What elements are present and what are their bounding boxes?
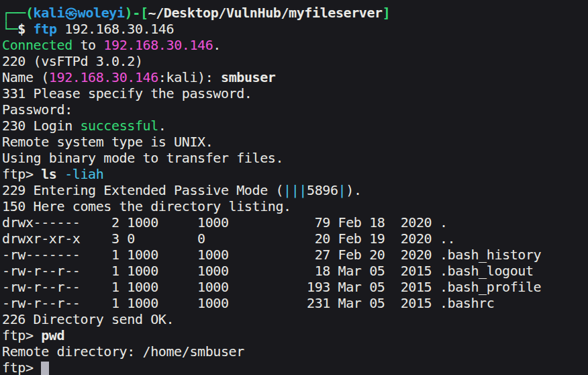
terminal-text-segment: )-[ xyxy=(125,5,148,21)
terminal-text-segment: 331 Please specify the password. xyxy=(2,85,252,101)
terminal-text-segment: 229 Entering Extended Passive Mode ( xyxy=(2,182,283,198)
terminal-line: ┌──(kali㉿woleyi)-[~/Desktop/VulnHub/myfi… xyxy=(2,5,588,21)
terminal-text-segment: drwx------ 2 1000 1000 79 Feb 18 2020 . xyxy=(2,214,448,231)
terminal-text-segment: Remote directory: /home/smbuser xyxy=(2,343,244,360)
terminal-text-segment: ftp> xyxy=(2,166,41,182)
terminal-line: Remote directory: /home/smbuser xyxy=(2,343,588,360)
terminal-text-segment: 192.168.30.146 xyxy=(103,37,213,53)
terminal-text-segment: Connected xyxy=(2,37,72,53)
terminal-line: 331 Please specify the password. xyxy=(2,85,588,101)
terminal-text-segment: pwd xyxy=(41,327,64,343)
terminal-line: 150 Here comes the directory listing. xyxy=(2,198,588,214)
terminal-text-segment: drwxr-xr-x 3 0 0 20 Feb 19 2020 .. xyxy=(2,231,455,247)
terminal-line: Remote system type is UNIX. xyxy=(2,134,588,150)
terminal-text-segment: -rw-r--r-- 1 1000 1000 231 Mar 05 2015 .… xyxy=(2,295,494,311)
terminal-text-segment: :kali): xyxy=(158,69,221,85)
terminal-screen[interactable]: ┌──(kali㉿woleyi)-[~/Desktop/VulnHub/myfi… xyxy=(0,0,588,375)
terminal-text-segment: 5896 xyxy=(307,182,338,198)
terminal-text-segment: ls xyxy=(41,166,64,182)
terminal-text-segment: ftp> xyxy=(2,327,41,343)
terminal-text-segment: -liah xyxy=(64,166,103,182)
terminal-text-segment: . xyxy=(158,118,166,134)
terminal-text-segment: 150 Here comes the directory listing. xyxy=(2,198,291,214)
terminal-text-segment: ftp xyxy=(34,21,57,37)
terminal-line: Password: xyxy=(2,101,588,118)
terminal-line: Connected to 192.168.30.146. xyxy=(2,37,588,53)
terminal-line: Using binary mode to transfer files. xyxy=(2,150,588,166)
terminal-text-segment: smbuser xyxy=(221,69,276,85)
terminal-line: 230 Login successful. xyxy=(2,118,588,134)
terminal-line: 229 Entering Extended Passive Mode (|||5… xyxy=(2,182,588,198)
terminal-line: 220 (vsFTPd 3.0.2) xyxy=(2,53,588,69)
terminal-text-segment: └─ xyxy=(2,21,17,37)
terminal-text-segment: | xyxy=(338,182,346,198)
terminal-line: -rw-r--r-- 1 1000 1000 193 Mar 05 2015 .… xyxy=(2,279,588,295)
terminal-line: -rw------- 1 1000 1000 27 Feb 20 2020 .b… xyxy=(2,247,588,263)
terminal-text-segment: ┌──( xyxy=(2,5,34,21)
terminal-text-segment: 220 (vsFTPd 3.0.2) xyxy=(2,53,143,69)
terminal-line: Name (192.168.30.146:kali): smbuser xyxy=(2,69,588,85)
terminal-text-segment: -rw-r--r-- 1 1000 1000 18 Mar 05 2015 .b… xyxy=(2,263,534,279)
terminal-line: -rw-r--r-- 1 1000 1000 18 Mar 05 2015 .b… xyxy=(2,263,588,279)
terminal-text-segment: Password: xyxy=(2,101,72,118)
terminal-line: └─$ ftp 192.168.30.146 xyxy=(2,21,588,37)
terminal-text-segment: Remote system type is UNIX. xyxy=(2,134,213,150)
terminal-line: drwx------ 2 1000 1000 79 Feb 18 2020 . xyxy=(2,214,588,231)
terminal-text-segment: ~/Desktop/VulnHub/myfileserver xyxy=(148,5,383,21)
terminal-line: 226 Directory send OK. xyxy=(2,311,588,327)
terminal-line: ftp> xyxy=(2,360,588,375)
terminal-line: -rw-r--r-- 1 1000 1000 231 Mar 05 2015 .… xyxy=(2,295,588,311)
terminal-text-segment: ). xyxy=(346,182,361,198)
terminal-text-segment: Using binary mode to transfer files. xyxy=(2,150,283,166)
terminal-text-segment: to xyxy=(72,37,104,53)
terminal-text-segment: ||| xyxy=(283,182,307,198)
terminal-cursor xyxy=(41,362,49,375)
terminal-text-segment: kali㉿woleyi xyxy=(34,5,125,21)
terminal-text-segment: ] xyxy=(383,5,391,21)
terminal-text-segment: -rw------- 1 1000 1000 27 Feb 20 2020 .b… xyxy=(2,247,541,263)
terminal-line: ftp> pwd xyxy=(2,327,588,343)
terminal-text-segment: $ xyxy=(17,21,33,37)
terminal-line: ftp> ls -liah xyxy=(2,166,588,182)
terminal-text-segment: 230 Login xyxy=(2,118,80,134)
terminal-text-segment: 226 Directory send OK. xyxy=(2,311,174,327)
terminal-text-segment: 192.168.30.146 xyxy=(49,69,158,85)
terminal-text-segment: . xyxy=(213,37,221,53)
terminal-line: drwxr-xr-x 3 0 0 20 Feb 19 2020 .. xyxy=(2,231,588,247)
terminal-text-segment: successful xyxy=(80,118,158,134)
terminal-text-segment: ftp> xyxy=(2,360,41,375)
terminal-text-segment: Name ( xyxy=(2,69,49,85)
terminal-text-segment: -rw-r--r-- 1 1000 1000 193 Mar 05 2015 .… xyxy=(2,279,541,295)
terminal-text-segment: 192.168.30.146 xyxy=(57,21,175,37)
